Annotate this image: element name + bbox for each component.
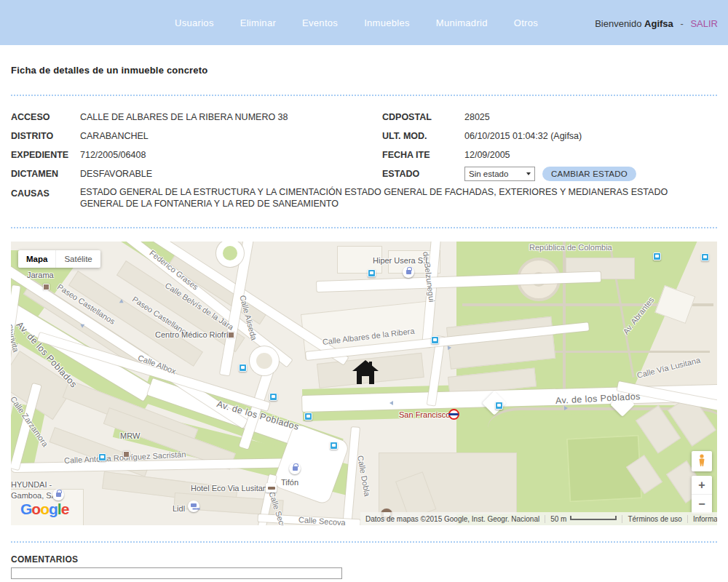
- street-label: República de Colombia: [529, 243, 612, 252]
- poi-label: MRW: [120, 431, 140, 440]
- bus-stop-icon: [269, 393, 277, 401]
- separator: -: [680, 18, 683, 29]
- details-panel: ACCESOCALLE DE ALBARES DE LA RIBERA NUME…: [11, 108, 717, 183]
- field-value-fechaite: 12/09/2005: [464, 150, 510, 160]
- field-label-expediente: EXPEDIENTE: [11, 150, 80, 160]
- logout-link[interactable]: SALIR: [690, 18, 718, 29]
- shopping-bag-icon: [289, 463, 301, 474]
- field-label-causas: CAUSAS: [11, 188, 80, 210]
- nav-item-usuarios[interactable]: Usuarios: [175, 17, 214, 28]
- pegman-icon: [697, 454, 706, 467]
- poi-label: Tifón: [281, 478, 298, 487]
- map-type-satellite-button[interactable]: Satélite: [55, 250, 100, 268]
- arrow-icon: [448, 346, 452, 350]
- field-label-cdpostal: CDPOSTAL: [382, 112, 464, 122]
- field-label-fechaite: FECHA ITE: [382, 150, 464, 160]
- nav-item-eliminar[interactable]: Eliminar: [240, 17, 276, 28]
- map-type-map-button[interactable]: Mapa: [18, 250, 55, 268]
- field-value-dictamen: DESFAVORABLE: [80, 169, 152, 179]
- poi-label: Lidl: [173, 504, 185, 513]
- poi-label: Jarama: [27, 271, 54, 279]
- top-header: Usuarios Eliminar Eventos Inmuebles Muni…: [0, 0, 728, 45]
- comments-label: COMENTARIOS: [11, 554, 717, 565]
- logo-letter: o: [40, 501, 49, 517]
- property-house-marker[interactable]: [351, 359, 380, 388]
- poi-square-icon: [43, 284, 50, 290]
- nav-item-munimadrid[interactable]: Munimadrid: [436, 17, 488, 28]
- bus-stop-icon: [431, 336, 439, 344]
- hotel-bed-icon: [266, 483, 277, 493]
- welcome-text: Bienvenido: [595, 18, 641, 29]
- street-label: Calle Secoya: [298, 515, 347, 525]
- divider: [11, 95, 717, 96]
- estado-selected-value: Sin estado: [469, 170, 508, 178]
- map-type-control: Mapa Satélite: [18, 250, 100, 268]
- google-logo[interactable]: Google: [20, 501, 68, 518]
- bus-stop-icon: [701, 253, 709, 261]
- bus-stop-icon: [330, 442, 338, 450]
- scale-text: 50 m: [550, 515, 566, 523]
- report-error-link[interactable]: Informar de un error de Maps: [687, 515, 717, 523]
- divider: [11, 541, 717, 543]
- logo-letter: G: [20, 501, 31, 517]
- field-value-expediente: 712/2005/06408: [80, 150, 146, 160]
- divider: [11, 227, 717, 228]
- poi-label: Hotel Eco Via Lusitana: [191, 484, 272, 493]
- field-value-acceso: CALLE DE ALBARES DE LA RIBERA NUMERO 38: [80, 112, 288, 122]
- poi-label: Centro Médico Riofrío: [155, 330, 233, 339]
- logo-letter: e: [61, 501, 69, 517]
- shopping-cart-icon: [188, 501, 199, 512]
- field-label-distrito: DISTRITO: [11, 131, 80, 141]
- bus-stop-icon: [239, 364, 247, 372]
- chevron-down-icon: [526, 172, 531, 175]
- roundabout: [250, 346, 279, 375]
- bus-stop-icon: [368, 269, 376, 277]
- field-label-dictamen: DICTAMEN: [11, 169, 80, 179]
- map-scale: 50 m: [545, 515, 622, 523]
- main-nav: Usuarios Eliminar Eventos Inmuebles Muni…: [175, 17, 538, 28]
- poi-label: Gamboa, SA: [11, 491, 57, 500]
- scale-bar: [570, 516, 617, 520]
- logo-letter: o: [31, 501, 40, 517]
- bus-stop-icon: [304, 412, 312, 420]
- poi-label: HYUNDAI -: [11, 480, 52, 489]
- cambiar-estado-button[interactable]: CAMBIAR ESTADO: [542, 167, 636, 181]
- bus-stop-icon: [653, 252, 661, 260]
- map-attribution: Datos de mapas ©2015 Google, Inst. Geogr…: [360, 512, 717, 525]
- page-title: Ficha de detalles de un inmueble concret…: [11, 65, 717, 76]
- field-label-acceso: ACCESO: [11, 112, 80, 122]
- bus-stop-icon: [98, 453, 106, 461]
- field-value-cdpostal: 28025: [464, 112, 490, 122]
- zoom-control: + −: [692, 476, 712, 514]
- field-value-ultmod: 06/10/2015 01:04:32 (Agifsa): [464, 131, 582, 141]
- zoom-in-button[interactable]: +: [692, 476, 712, 495]
- field-value-distrito: CARABANCHEL: [80, 131, 149, 141]
- comment-input[interactable]: [11, 567, 342, 579]
- arrow-icon: [389, 401, 393, 405]
- poi-square-icon: [123, 451, 130, 458]
- estado-select[interactable]: Sin estado: [464, 167, 535, 181]
- field-value-causas: ESTADO GENERAL DE LA ESTRUCTURA Y LA CIM…: [80, 186, 695, 210]
- metro-station-label: San Francisco: [399, 410, 450, 419]
- shopping-bag-icon: [403, 266, 414, 278]
- metro-icon: [448, 409, 459, 420]
- terms-link[interactable]: Términos de uso: [622, 515, 687, 523]
- field-label-estado: ESTADO: [382, 169, 464, 179]
- zoom-out-button[interactable]: −: [692, 495, 712, 514]
- house-icon: [351, 359, 380, 386]
- map-data-credit: Datos de mapas ©2015 Google, Inst. Geogr…: [360, 515, 545, 523]
- arrow-icon: [564, 406, 568, 410]
- poi-square-icon: [228, 332, 234, 338]
- nav-item-eventos[interactable]: Eventos: [302, 17, 338, 28]
- nav-item-inmuebles[interactable]: Inmuebles: [364, 17, 410, 28]
- street-view-pegman-button[interactable]: [692, 451, 712, 471]
- username: Agifsa: [644, 18, 673, 29]
- shopping-bag-icon: [52, 489, 64, 501]
- welcome-area: Bienvenido Agifsa - SALIR: [595, 18, 718, 29]
- bus-stop-icon: [495, 402, 503, 410]
- google-map[interactable]: Federico Grases Paseo Castellanos Paseo …: [11, 242, 717, 525]
- logo-letter: g: [49, 501, 58, 517]
- nav-item-otros[interactable]: Otros: [514, 17, 538, 28]
- poi-label: Hiper Usera S.L: [373, 256, 430, 265]
- street-label: Calle Dobla: [356, 455, 372, 497]
